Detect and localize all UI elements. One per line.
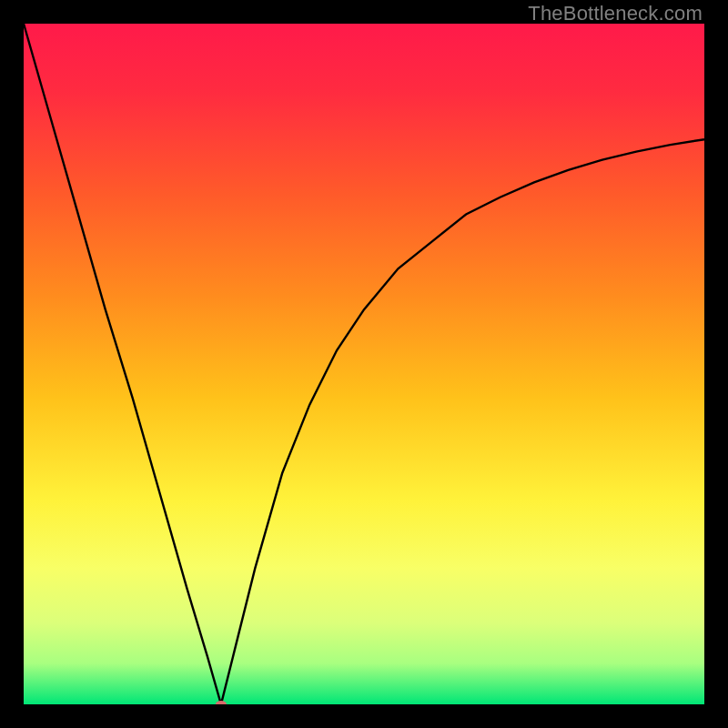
watermark-text: TheBottleneck.com: [528, 2, 703, 25]
bottleneck-chart: [24, 24, 704, 704]
gradient-background: [24, 24, 704, 704]
plot-area: [24, 24, 704, 704]
chart-frame: TheBottleneck.com: [0, 0, 728, 728]
